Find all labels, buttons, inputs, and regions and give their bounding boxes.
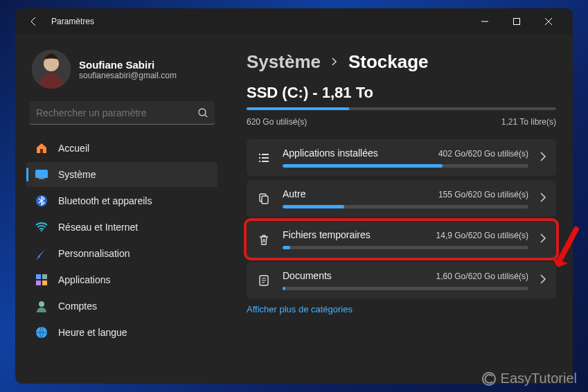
user-icon bbox=[35, 299, 48, 313]
svg-rect-19 bbox=[259, 161, 260, 162]
nav-item-comptes[interactable]: Comptes bbox=[26, 294, 217, 319]
nav-item-systeme[interactable]: Système bbox=[26, 162, 217, 187]
breadcrumb-current: Stockage bbox=[348, 51, 429, 73]
chevron-right-icon bbox=[330, 56, 339, 69]
storage-category-card[interactable]: Autre155 Go/620 Go utilisé(s) bbox=[247, 180, 556, 217]
arrow-left-icon bbox=[28, 16, 39, 27]
nav-label: Système bbox=[58, 169, 96, 180]
drive-title: SSD (C:) - 1,81 To bbox=[247, 84, 556, 102]
breadcrumb-parent[interactable]: Système bbox=[247, 51, 321, 73]
search-box[interactable] bbox=[29, 101, 215, 125]
nav-label: Heure et langue bbox=[58, 327, 127, 338]
storage-category-card[interactable]: Fichiers temporaires14,9 Go/620 Go utili… bbox=[247, 221, 556, 258]
apps-icon bbox=[35, 273, 48, 287]
watermark: EasyTutoriel bbox=[481, 371, 577, 386]
nav-item-reseau[interactable]: Réseau et Internet bbox=[26, 215, 217, 240]
nav-item-accueil[interactable]: Accueil bbox=[26, 136, 217, 161]
close-icon bbox=[544, 17, 553, 26]
minimize-icon bbox=[481, 17, 489, 26]
profile-block[interactable]: Soufiane Sabiri soufianesabiri@gmail.com bbox=[26, 43, 217, 100]
titlebar: Paramètres bbox=[15, 8, 573, 35]
watermark-logo-icon bbox=[481, 371, 497, 386]
nav-label: Bluetooth et appareils bbox=[58, 195, 152, 206]
nav-item-heure[interactable]: Heure et langue bbox=[26, 320, 217, 345]
svg-rect-10 bbox=[42, 274, 47, 279]
system-icon bbox=[35, 168, 48, 181]
show-more-link[interactable]: Afficher plus de catégories bbox=[247, 304, 556, 314]
search-icon bbox=[191, 108, 215, 118]
brush-icon bbox=[35, 247, 48, 260]
nav-item-applications[interactable]: Applications bbox=[26, 267, 217, 292]
category-name: Autre bbox=[283, 188, 305, 199]
settings-window: Paramètres Soufiane Sabiri so bbox=[15, 8, 573, 384]
nav-label: Applications bbox=[58, 274, 111, 285]
nav-label: Réseau et Internet bbox=[58, 222, 138, 233]
copy-icon bbox=[256, 193, 271, 205]
avatar-image bbox=[32, 50, 71, 89]
svg-rect-16 bbox=[262, 154, 269, 155]
svg-rect-11 bbox=[36, 280, 41, 285]
maximize-icon bbox=[513, 17, 521, 26]
maximize-button[interactable] bbox=[501, 10, 533, 33]
search-input[interactable] bbox=[29, 107, 191, 118]
svg-rect-4 bbox=[40, 149, 43, 153]
close-button[interactable] bbox=[533, 10, 564, 33]
nav-label: Personnalisation bbox=[58, 248, 130, 259]
svg-rect-18 bbox=[262, 157, 269, 159]
nav-label: Accueil bbox=[58, 143, 89, 154]
home-icon bbox=[35, 141, 48, 155]
wifi-icon bbox=[35, 220, 48, 234]
back-button[interactable] bbox=[24, 11, 44, 32]
profile-email: soufianesabiri@gmail.com bbox=[79, 71, 177, 80]
window-title: Paramètres bbox=[51, 17, 94, 26]
bluetooth-icon bbox=[35, 194, 48, 208]
svg-rect-9 bbox=[36, 274, 41, 279]
chevron-right-icon bbox=[540, 274, 546, 287]
svg-rect-12 bbox=[42, 280, 47, 285]
storage-category-card[interactable]: Applications installées402 Go/620 Go uti… bbox=[247, 139, 556, 176]
svg-rect-0 bbox=[514, 19, 520, 25]
svg-rect-5 bbox=[35, 170, 48, 178]
category-meta: 402 Go/620 Go utilisé(s) bbox=[438, 149, 528, 159]
storage-category-list: Applications installées402 Go/620 Go uti… bbox=[247, 139, 556, 299]
sidebar: Soufiane Sabiri soufianesabiri@gmail.com… bbox=[15, 35, 224, 384]
chevron-right-icon bbox=[540, 193, 546, 205]
category-name: Documents bbox=[283, 270, 332, 281]
svg-point-8 bbox=[41, 230, 43, 232]
nav-list: Accueil Système Bluetooth et appareils R… bbox=[26, 136, 217, 345]
drive-used-label: 620 Go utilisé(s) bbox=[247, 117, 307, 127]
trash-icon bbox=[256, 233, 271, 246]
chevron-right-icon bbox=[540, 233, 546, 246]
watermark-text: EasyTutoriel bbox=[501, 371, 577, 386]
category-name: Fichiers temporaires bbox=[283, 229, 371, 240]
svg-rect-6 bbox=[39, 178, 44, 179]
nav-label: Comptes bbox=[58, 301, 97, 312]
drive-usage-bar bbox=[247, 107, 556, 110]
breadcrumb: Système Stockage bbox=[247, 51, 556, 73]
category-meta: 1,60 Go/620 Go utilisé(s) bbox=[436, 271, 528, 281]
nav-item-bluetooth[interactable]: Bluetooth et appareils bbox=[26, 188, 217, 213]
avatar bbox=[32, 50, 71, 89]
category-meta: 155 Go/620 Go utilisé(s) bbox=[438, 190, 528, 199]
svg-rect-20 bbox=[262, 161, 269, 162]
window-controls bbox=[469, 10, 564, 33]
drive-free-label: 1,21 To libre(s) bbox=[501, 117, 556, 127]
profile-name: Soufiane Sabiri bbox=[79, 59, 177, 71]
category-meta: 14,9 Go/620 Go utilisé(s) bbox=[436, 231, 528, 240]
nav-item-personnalisation[interactable]: Personnalisation bbox=[26, 241, 217, 266]
category-name: Applications installées bbox=[283, 148, 378, 159]
doc-icon bbox=[256, 274, 271, 287]
svg-point-3 bbox=[199, 109, 206, 116]
main-panel: Système Stockage SSD (C:) - 1,81 To 620 … bbox=[224, 35, 573, 384]
list-icon bbox=[256, 152, 271, 164]
minimize-button[interactable] bbox=[469, 10, 501, 33]
globe-icon bbox=[35, 326, 48, 339]
svg-rect-22 bbox=[262, 196, 268, 204]
chevron-right-icon bbox=[540, 152, 546, 164]
svg-rect-15 bbox=[259, 154, 260, 155]
svg-point-13 bbox=[39, 301, 44, 307]
storage-category-card[interactable]: Documents1,60 Go/620 Go utilisé(s) bbox=[247, 262, 556, 299]
svg-rect-17 bbox=[259, 157, 260, 159]
